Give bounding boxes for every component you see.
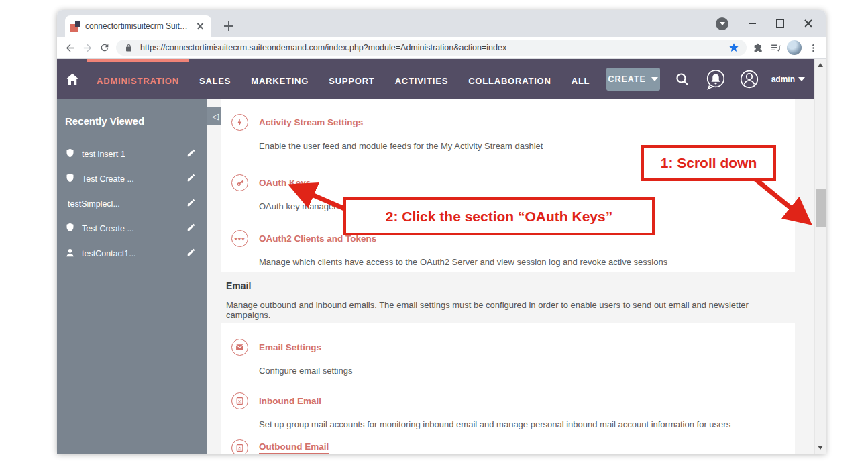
sidebar-item-label: testSimplecl...	[68, 199, 180, 209]
annotation-step1: 1: Scroll down	[641, 145, 776, 181]
nav-item-collaboration[interactable]: COLLABORATION	[458, 59, 561, 99]
annotation-step2: 2: Click the section “OAuth Keys”	[343, 197, 655, 235]
suitecrm-favicon-icon	[70, 21, 80, 32]
nav-item-all[interactable]: ALL	[561, 59, 600, 99]
scroll-down-icon[interactable]	[818, 446, 823, 450]
admin-item-inbound-email: Inbound Email Set up group mail accounts…	[231, 392, 785, 429]
sidebar-item-label: test insert 1	[82, 150, 180, 159]
scroll-up-icon[interactable]	[818, 63, 823, 67]
tab-strip: connectortimisuitecrm SuiteCRM	[57, 10, 826, 37]
search-icon[interactable]	[671, 68, 694, 91]
browser-toolbar: https://connectortimisuitecrm.suiteondem…	[57, 37, 826, 59]
annotation-step1-text: 1: Scroll down	[661, 155, 757, 171]
sidebar-title: Recently Viewed	[57, 99, 207, 127]
bolt-icon[interactable]	[231, 114, 248, 131]
chevron-down-icon	[651, 77, 658, 85]
edit-pencil-icon[interactable]	[186, 223, 196, 234]
browser-scrollbar[interactable]	[814, 59, 826, 454]
edit-pencil-icon[interactable]	[186, 148, 196, 160]
admin-item-description: Set up group mail accounts for monitorin…	[259, 419, 785, 429]
recently-viewed-sidebar: Recently Viewed test insert 1 Test Creat…	[57, 99, 207, 454]
admin-account-menu[interactable]: admin	[771, 74, 805, 85]
admin-link-outbound-email[interactable]: Outbound Email	[259, 441, 329, 454]
admin-link-oauth-keys[interactable]: OAuth Keys	[259, 178, 311, 188]
profile-avatar[interactable]	[787, 40, 802, 55]
admin-item-outbound-email: Outbound Email	[231, 439, 785, 454]
forward-icon[interactable]	[81, 42, 93, 54]
email-section-heading: Email	[226, 280, 795, 291]
outbound-email-icon[interactable]	[231, 439, 248, 454]
admin-link-activity-stream-settings[interactable]: Activity Stream Settings	[259, 117, 363, 127]
user-menu-icon[interactable]	[738, 68, 761, 91]
sidebar-item[interactable]: testContact1...	[57, 241, 207, 266]
lock-icon	[123, 42, 135, 54]
reading-list-icon[interactable]	[769, 42, 781, 54]
key-icon[interactable]	[231, 174, 248, 191]
email-section-description: Manage outbound and inbound emails. The …	[226, 300, 795, 320]
create-button[interactable]: CREATE	[606, 68, 660, 91]
sidebar-item[interactable]: Test Create ...	[57, 166, 207, 191]
tab-close-icon[interactable]	[195, 21, 206, 32]
crm-navbar: ADMINISTRATION SALES MARKETING SUPPORT A…	[57, 59, 814, 99]
nav-item-sales[interactable]: SALES	[189, 59, 241, 99]
extensions-puzzle-icon[interactable]	[752, 42, 764, 54]
sidebar-item-label: Test Create ...	[82, 174, 180, 184]
asterisks-glyph: ***	[235, 236, 246, 244]
shield-icon	[65, 148, 75, 160]
admin-link-inbound-email[interactable]: Inbound Email	[259, 396, 321, 406]
nav-item-activities[interactable]: ACTIVITIES	[385, 59, 459, 99]
reload-icon[interactable]	[99, 42, 111, 54]
tab-search-icon[interactable]	[716, 17, 728, 30]
edit-pencil-icon[interactable]	[186, 248, 196, 259]
sidebar-item-label: Test Create ...	[82, 224, 180, 233]
bookmark-star-icon[interactable]	[728, 42, 740, 54]
admin-item-email-settings: Email Settings Configure email settings	[231, 339, 785, 376]
admin-section-card: Activity Stream Settings Enable the user…	[221, 99, 795, 272]
email-section-card: Email Settings Configure email settings …	[221, 323, 795, 454]
nav-item-marketing[interactable]: MARKETING	[241, 59, 319, 99]
inbound-email-icon[interactable]	[231, 392, 248, 409]
asterisks-icon[interactable]: ***	[231, 230, 248, 247]
shield-icon	[65, 222, 75, 235]
back-icon[interactable]	[64, 42, 76, 54]
edit-pencil-icon[interactable]	[186, 198, 196, 209]
admin-item-description: Manage which clients have access to the …	[259, 257, 785, 267]
sidebar-item-label: testContact1...	[82, 249, 180, 258]
nav-item-administration[interactable]: ADMINISTRATION	[87, 59, 189, 99]
window-maximize-button[interactable]	[771, 14, 790, 33]
admin-link-email-settings[interactable]: Email Settings	[259, 342, 321, 352]
admin-label: admin	[771, 74, 795, 84]
url-text: https://connectortimisuitecrm.suiteondem…	[140, 43, 722, 52]
suitecrm-page: ADMINISTRATION SALES MARKETING SUPPORT A…	[57, 59, 814, 454]
tab-title: connectortimisuitecrm SuiteCRM	[85, 21, 191, 31]
shield-icon	[65, 172, 75, 185]
sidebar-item[interactable]: testSimplecl...	[57, 191, 207, 216]
browser-tab[interactable]: connectortimisuitecrm SuiteCRM	[65, 15, 211, 37]
nav-item-support[interactable]: SUPPORT	[319, 59, 384, 99]
address-bar[interactable]: https://connectortimisuitecrm.suiteondem…	[116, 40, 747, 56]
email-section-header: Email Manage outbound and inbound emails…	[226, 280, 795, 320]
window-minimize-button[interactable]	[743, 14, 761, 33]
edit-pencil-icon[interactable]	[186, 173, 196, 185]
envelope-icon[interactable]	[231, 339, 248, 356]
home-icon[interactable]	[57, 59, 87, 99]
person-icon	[65, 248, 75, 260]
annotation-step2-text: 2: Click the section “OAuth Keys”	[386, 209, 612, 225]
sidebar-item[interactable]: test insert 1	[57, 142, 207, 166]
new-tab-button[interactable]	[222, 19, 235, 33]
scrollbar-thumb[interactable]	[816, 189, 826, 227]
create-button-label: CREATE	[608, 74, 645, 84]
browser-menu-dots-icon[interactable]	[807, 42, 819, 54]
notifications-bell-icon[interactable]	[704, 68, 727, 91]
sidebar-item[interactable]: Test Create ...	[57, 216, 207, 241]
chevron-down-icon	[798, 77, 805, 85]
window-close-button[interactable]	[799, 14, 818, 33]
admin-item-oauth2-clients: *** OAuth2 Clients and Tokens Manage whi…	[231, 230, 785, 267]
admin-item-description: Configure email settings	[259, 366, 785, 376]
